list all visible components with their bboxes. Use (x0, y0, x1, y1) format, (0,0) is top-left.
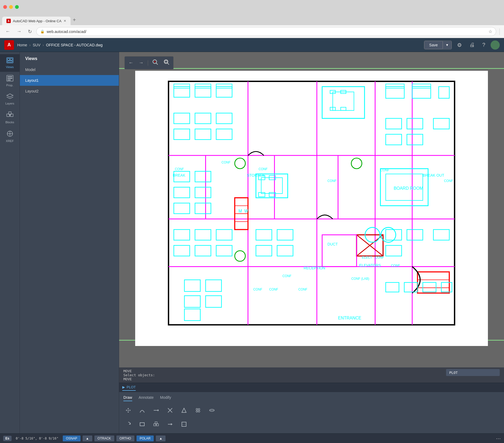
zoom-window-button[interactable] (163, 58, 171, 68)
zoom-extents-button[interactable] (151, 58, 159, 68)
ortho-button[interactable]: ORTHO (116, 435, 134, 441)
svg-text:RECEPTION: RECEPTION (304, 266, 325, 270)
pan-right-button[interactable]: → (138, 59, 145, 67)
settings-button[interactable]: ⚙ (455, 41, 464, 49)
reload-button[interactable]: ↻ (26, 28, 34, 36)
svg-text:CONF: CONF (259, 167, 268, 171)
tools-panel: Draw Annotate Modify (119, 392, 504, 433)
tools-row-1 (122, 403, 501, 417)
svg-text:CONF: CONF (175, 167, 184, 171)
svg-text:CONF: CONF (375, 256, 384, 259)
back-button[interactable]: ← (3, 28, 12, 35)
canvas-toolbar: ← → (124, 56, 174, 69)
address-text: web.autocad.com/acad/ (47, 29, 486, 34)
rectangle-tool-button[interactable] (136, 418, 148, 430)
views-model-item[interactable]: Model (20, 64, 119, 75)
breadcrumb-home[interactable]: Home (17, 43, 27, 47)
app-body: Views Prop. (0, 52, 504, 433)
command-input[interactable] (449, 371, 496, 375)
svg-text:CONF: CONF (282, 274, 292, 278)
breadcrumb-suv[interactable]: SUV (33, 43, 41, 47)
hatch-tool-button[interactable] (206, 404, 218, 416)
sidebar-item-views[interactable]: Views (0, 54, 20, 72)
sidebar-item-blocks[interactable]: Blocks (0, 108, 20, 127)
line-tool-button[interactable] (150, 404, 162, 416)
pan-left-button[interactable]: ← (127, 59, 134, 67)
svg-text:DUCT: DUCT (328, 242, 338, 246)
draw-tab[interactable]: Draw (123, 394, 132, 401)
modify-tab[interactable]: Modify (160, 394, 171, 401)
annotate-tab[interactable]: Annotate (139, 394, 154, 401)
polar-button[interactable]: POLAR (137, 435, 154, 441)
help-button[interactable]: ? (480, 41, 487, 49)
sidebar-item-xref[interactable]: XREF (0, 127, 20, 146)
offset-tool-button[interactable] (164, 418, 176, 430)
sidebar-item-properties[interactable]: Prop. (0, 72, 20, 90)
maximize-dot[interactable] (15, 5, 19, 9)
svg-rect-2 (10, 58, 12, 60)
browser-toolbar: ← → ↻ 🔒 web.autocad.com/acad/ ☆ (0, 25, 504, 38)
properties-icon (6, 75, 13, 83)
move-tool-button[interactable] (122, 404, 134, 416)
views-layout1-item[interactable]: Layout1 (20, 75, 119, 86)
svg-text:CONF: CONF (298, 288, 307, 291)
status-es-label: Es (3, 436, 12, 441)
views-panel-title: Views (20, 52, 119, 64)
trim-tool-button[interactable] (164, 404, 176, 416)
rotate-tool-button[interactable] (122, 418, 134, 430)
status-coordinates: 0'-8 5/16", 0'-8 9/16" (14, 437, 61, 440)
svg-rect-5 (8, 76, 12, 77)
svg-text:CONF: CONF (269, 288, 278, 291)
tab-label: AutoCAD Web App - Online CA (13, 19, 61, 23)
svg-text:M: M (238, 209, 242, 213)
command-output-move2: MOVE (123, 377, 442, 381)
osnap-dropdown-button[interactable]: ▲ (83, 435, 92, 441)
svg-point-146 (198, 408, 200, 410)
browser-chrome: A AutoCAD Web App - Online CA ✕ + ← → ↻ … (0, 0, 504, 38)
blocks-icon (6, 111, 13, 120)
breadcrumb-sep-1: › (29, 43, 31, 47)
toolbar-separator (499, 28, 500, 35)
close-dot[interactable] (3, 5, 7, 9)
new-tab-button[interactable]: + (71, 15, 78, 25)
svg-point-147 (196, 411, 198, 412)
save-dropdown-button[interactable]: ▼ (443, 41, 451, 49)
active-browser-tab[interactable]: A AutoCAD Web App - Online CA ✕ (2, 17, 71, 25)
sidebar-item-properties-label: Prop. (6, 84, 13, 87)
print-button[interactable]: 🖨 (467, 41, 477, 49)
svg-point-145 (196, 408, 198, 410)
floor-plan-svg: BOARD ROOM ELEVATORS DUCT BREAK OUT (135, 71, 488, 346)
drawing-canvas[interactable]: BOARD ROOM ELEVATORS DUCT BREAK OUT (119, 52, 504, 367)
views-panel: Views Model Layout1 Layout2 (20, 52, 119, 433)
address-bar[interactable]: 🔒 web.autocad.com/acad/ ☆ (36, 27, 496, 36)
svg-text:CONF: CONF (253, 288, 262, 291)
bookmark-icon[interactable]: ☆ (488, 29, 492, 34)
osnap-button[interactable]: OSNAP (63, 435, 80, 441)
left-sidebar: Views Prop. (0, 52, 20, 433)
user-avatar[interactable] (491, 40, 500, 50)
tab-favicon: A (6, 19, 11, 23)
status-more-button[interactable]: ⋯ (496, 435, 501, 441)
layers-icon (6, 93, 14, 101)
forward-button[interactable]: → (14, 28, 24, 35)
tools-tabs: Draw Annotate Modify (122, 394, 501, 403)
save-button[interactable]: Save (424, 41, 443, 49)
svg-point-138 (128, 410, 129, 411)
array-tool-button[interactable] (192, 404, 204, 416)
polygon-tool-button[interactable] (178, 404, 190, 416)
bottom-section: MOVE Select objects: MOVE ▶ PLOT (119, 367, 504, 433)
otrack-button[interactable]: OTRACK (94, 435, 114, 441)
svg-rect-7 (8, 80, 11, 80)
svg-text:CONF: CONF (380, 168, 389, 172)
app-logo: A (4, 40, 14, 50)
minimize-dot[interactable] (9, 5, 13, 9)
polar-dropdown-button[interactable]: ▲ (156, 435, 165, 441)
sidebar-item-layers[interactable]: Layers (0, 90, 20, 108)
arc-tool-button[interactable] (136, 404, 148, 416)
svg-rect-6 (8, 78, 12, 79)
views-layout2-item[interactable]: Layout2 (20, 86, 119, 96)
viewport-tool-button[interactable] (178, 418, 190, 430)
tab-close-button[interactable]: ✕ (64, 19, 66, 23)
plot-tab[interactable]: ▶ PLOT (122, 384, 136, 391)
block-tool-button[interactable] (150, 418, 162, 430)
